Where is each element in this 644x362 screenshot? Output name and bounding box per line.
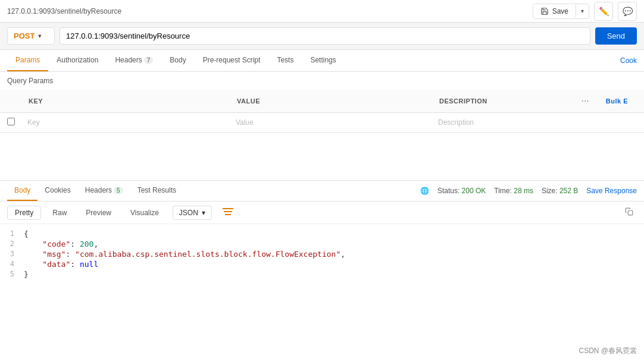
col-bulk[interactable]: Bulk E [601, 90, 644, 113]
response-tab-body[interactable]: Body [7, 181, 37, 201]
comment-icon-btn[interactable]: 💬 [618, 2, 637, 21]
save-button-group[interactable]: Save ▾ [533, 4, 589, 19]
fmt-visualize-btn[interactable]: Visualize [123, 206, 167, 220]
svg-rect-3 [628, 210, 633, 215]
format-select[interactable]: JSON ▾ [173, 206, 212, 220]
key-input[interactable] [21, 114, 230, 131]
copy-icon-btn[interactable] [621, 205, 637, 220]
col-actions: ··· [569, 90, 601, 113]
method-label: POST [14, 32, 35, 40]
fmt-raw-btn[interactable]: Raw [45, 206, 74, 220]
response-meta: 🌐 Status: 200 OK Time: 28 ms Size: 252 B… [420, 187, 637, 195]
cookies-link[interactable]: Cook [620, 56, 637, 65]
row-checkbox-cell [0, 113, 21, 133]
fmt-pretty-btn[interactable]: Pretty [7, 206, 41, 220]
method-select[interactable]: POST ▾ [7, 27, 55, 45]
tab-settings[interactable]: Settings [302, 50, 344, 71]
response-tab-headers[interactable]: Headers5 [78, 181, 130, 201]
url-input[interactable] [60, 27, 590, 45]
save-icon [540, 7, 549, 15]
tab-params[interactable]: Params [7, 50, 48, 71]
json-response-body: 1 { 2 "code": 200, 3 "msg": "com.alibaba… [0, 224, 644, 284]
response-tab-cookies[interactable]: Cookies [37, 181, 77, 201]
save-dropdown-arrow[interactable]: ▾ [576, 5, 589, 17]
tab-tests[interactable]: Tests [268, 50, 302, 71]
col-key: KEY [21, 90, 230, 113]
title-bar: 127.0.0.1:9093/sentinel/byResource Save … [0, 0, 644, 23]
value-input[interactable] [230, 114, 432, 131]
desc-input[interactable] [432, 114, 569, 131]
params-table: KEY VALUE DESCRIPTION ··· Bulk E [0, 90, 644, 133]
more-options-btn[interactable]: ··· [576, 93, 593, 109]
query-params-label: Query Params [0, 72, 644, 90]
copy-icon [625, 207, 633, 216]
col-value: VALUE [230, 90, 432, 113]
title-bar-actions: Save ▾ ✏️ 💬 [533, 2, 637, 21]
format-bar: Pretty Raw Preview Visualize JSON ▾ [0, 202, 644, 224]
tab-headers[interactable]: Headers7 [107, 50, 161, 71]
save-label: Save [552, 7, 568, 15]
filter-icon [223, 207, 233, 216]
window-url: 127.0.0.1:9093/sentinel/byResource [7, 7, 121, 15]
size-value: 252 B [559, 187, 578, 195]
col-checkbox [0, 90, 21, 113]
watermark: CSDN @春风霓裳 [579, 346, 637, 356]
status-value: 200 OK [462, 187, 486, 195]
col-description: DESCRIPTION [432, 90, 569, 113]
json-line-1: 1 { [0, 229, 644, 239]
json-line-3: 3 "msg": "com.alibaba.csp.sentinel.slots… [0, 249, 644, 259]
time-value: 28 ms [514, 187, 533, 195]
format-label: JSON [179, 209, 198, 217]
time-label: Time: 28 ms [494, 187, 533, 195]
save-button[interactable]: Save [533, 4, 576, 18]
value-cell [230, 113, 432, 133]
headers-badge: 7 [144, 56, 154, 64]
tab-pre-request[interactable]: Pre-request Script [195, 50, 269, 71]
send-button[interactable]: Send [595, 27, 637, 45]
edit-icon-btn[interactable]: ✏️ [594, 2, 613, 21]
response-section: Body Cookies Headers5 Test Results 🌐 Sta… [0, 180, 644, 284]
save-response-btn[interactable]: Save Response [586, 187, 637, 195]
filter-icon-btn[interactable] [218, 205, 238, 220]
json-line-4: 4 "data": null [0, 259, 644, 269]
size-label: Size: 252 B [542, 187, 578, 195]
json-line-2: 2 "code": 200, [0, 239, 644, 249]
json-line-5: 5 } [0, 269, 644, 279]
globe-icon: 🌐 [420, 187, 429, 195]
query-params-section: Query Params KEY VALUE DESCRIPTION ··· B… [0, 72, 644, 133]
response-headers-badge: 5 [114, 187, 123, 194]
desc-cell [432, 113, 569, 133]
empty-space [0, 133, 644, 180]
format-arrow-icon: ▾ [202, 209, 205, 217]
url-bar: POST ▾ Send [0, 23, 644, 50]
status-label: Status: 200 OK [437, 187, 486, 195]
request-tabs: Params Authorization Headers7 Body Pre-r… [0, 50, 644, 72]
tab-authorization[interactable]: Authorization [48, 50, 107, 71]
fmt-preview-btn[interactable]: Preview [78, 206, 119, 220]
key-cell [21, 113, 230, 133]
table-row [0, 113, 644, 133]
method-arrow-icon: ▾ [38, 33, 41, 39]
response-tabs: Body Cookies Headers5 Test Results 🌐 Sta… [0, 181, 644, 202]
tab-body[interactable]: Body [161, 50, 194, 71]
row-checkbox[interactable] [7, 118, 15, 125]
response-tab-test-results[interactable]: Test Results [130, 181, 183, 201]
